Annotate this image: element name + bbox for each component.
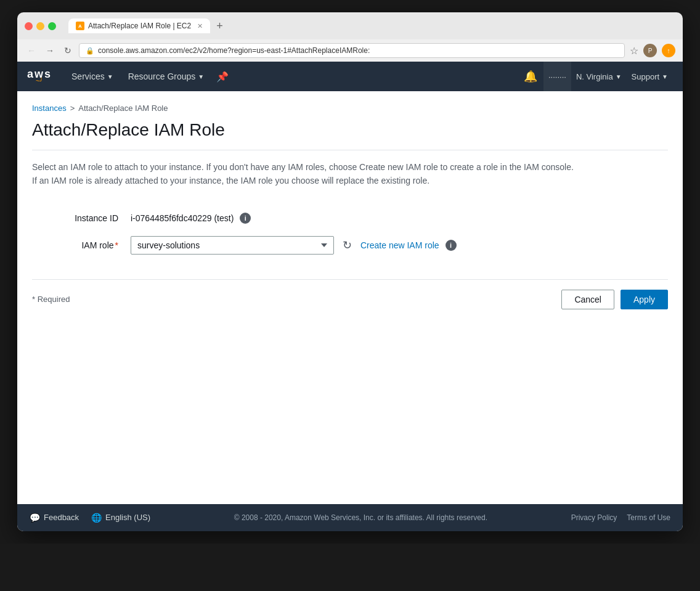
form-footer: * Required Cancel Apply xyxy=(32,279,668,319)
minimize-window-button[interactable] xyxy=(36,22,44,30)
user-menu[interactable]: ········ xyxy=(543,62,571,91)
active-tab[interactable]: A Attach/Replace IAM Role | EC2 ✕ xyxy=(68,18,210,33)
feedback-speech-icon: 💬 xyxy=(30,513,40,523)
page-description: Select an IAM role to attach to your ins… xyxy=(32,160,668,188)
breadcrumb-instances-link[interactable]: Instances xyxy=(32,104,67,113)
region-label: N. Virginia xyxy=(576,72,613,81)
page-content: Instances > Attach/Replace IAM Role Atta… xyxy=(17,91,683,332)
iam-role-label: IAM role xyxy=(32,240,131,250)
create-new-iam-role-link[interactable]: Create new IAM role xyxy=(360,240,439,250)
refresh-button[interactable]: ↻ xyxy=(62,44,74,57)
services-chevron-icon: ▼ xyxy=(107,73,113,80)
traffic-lights xyxy=(25,22,56,30)
refresh-iam-roles-button[interactable]: ↻ xyxy=(340,236,354,255)
instance-id-info-icon[interactable]: i xyxy=(240,213,251,224)
footer-copyright: © 2008 - 2020, Amazon Web Services, Inc.… xyxy=(163,513,559,522)
update-badge: ↑ xyxy=(662,44,675,57)
instance-id-value-group: i-0764485f6fdc40229 (test) i xyxy=(131,213,251,224)
support-chevron-icon: ▼ xyxy=(662,73,668,80)
region-chevron-icon: ▼ xyxy=(616,73,622,80)
user-name: ········ xyxy=(548,72,566,81)
iam-role-value-group: survey-solutions EC2Role AdminRole ↻ Cre… xyxy=(131,236,457,255)
top-navigation: aws ~╯ Services ▼ Resource Groups ▼ 📌 🔔 … xyxy=(17,62,683,91)
language-selector[interactable]: 🌐 English (US) xyxy=(91,513,150,523)
close-window-button[interactable] xyxy=(25,22,33,30)
aws-logo[interactable]: aws ~╯ xyxy=(27,68,52,84)
back-button[interactable]: ← xyxy=(25,44,38,57)
resource-groups-chevron-icon: ▼ xyxy=(198,73,204,80)
services-menu[interactable]: Services ▼ xyxy=(64,62,121,91)
required-note: * Required xyxy=(32,295,70,304)
aws-logo-smile: ~╯ xyxy=(36,78,43,84)
aws-footer: 💬 Feedback 🌐 English (US) © 2008 - 2020,… xyxy=(17,504,683,531)
pin-icon[interactable]: 📌 xyxy=(211,71,234,83)
services-label: Services xyxy=(71,71,105,81)
breadcrumb-separator: > xyxy=(70,104,75,113)
profile-avatar: P xyxy=(643,44,657,57)
privacy-policy-link[interactable]: Privacy Policy xyxy=(571,513,617,522)
globe-icon: 🌐 xyxy=(91,513,102,523)
new-tab-button[interactable]: + xyxy=(213,20,227,33)
url-text: console.aws.amazon.com/ec2/v2/home?regio… xyxy=(98,46,370,55)
tab-favicon: A xyxy=(76,22,84,30)
forward-button[interactable]: → xyxy=(43,44,57,57)
apply-button[interactable]: Apply xyxy=(621,290,668,309)
breadcrumb-current: Attach/Replace IAM Role xyxy=(78,104,168,113)
browser-tabs: A Attach/Replace IAM Role | EC2 ✕ + xyxy=(68,18,675,33)
cancel-button[interactable]: Cancel xyxy=(561,290,614,309)
support-label: Support xyxy=(632,72,660,81)
support-menu[interactable]: Support ▼ xyxy=(627,62,673,91)
instance-id-label: Instance ID xyxy=(32,213,131,223)
tab-title: Attach/Replace IAM Role | EC2 xyxy=(88,22,191,30)
description-line2: If an IAM role is already attached to yo… xyxy=(32,174,668,187)
iam-role-row: IAM role survey-solutions EC2Role AdminR… xyxy=(32,236,668,255)
bookmark-button[interactable]: ☆ xyxy=(630,45,638,57)
instance-id-value: i-0764485f6fdc40229 (test) xyxy=(131,213,234,223)
page-title: Attach/Replace IAM Role xyxy=(32,120,668,150)
footer-buttons: Cancel Apply xyxy=(561,290,668,309)
notifications-bell-icon[interactable]: 🔔 xyxy=(518,70,543,83)
aws-console: aws ~╯ Services ▼ Resource Groups ▼ 📌 🔔 … xyxy=(17,62,683,531)
resource-groups-label: Resource Groups xyxy=(128,71,196,81)
address-actions: ☆ P ↑ xyxy=(630,44,675,57)
tab-close-button[interactable]: ✕ xyxy=(197,22,203,30)
description-line1: Select an IAM role to attach to your ins… xyxy=(32,160,668,174)
address-bar: ← → ↻ 🔒 console.aws.amazon.com/ec2/v2/ho… xyxy=(17,39,683,62)
feedback-button[interactable]: 💬 Feedback xyxy=(30,513,79,523)
region-menu[interactable]: N. Virginia ▼ xyxy=(571,62,627,91)
maximize-window-button[interactable] xyxy=(48,22,56,30)
form-section: Instance ID i-0764485f6fdc40229 (test) i… xyxy=(32,206,668,273)
lock-icon: 🔒 xyxy=(86,47,94,55)
instance-id-row: Instance ID i-0764485f6fdc40229 (test) i xyxy=(32,213,668,224)
url-field[interactable]: 🔒 console.aws.amazon.com/ec2/v2/home?reg… xyxy=(79,43,625,58)
feedback-label: Feedback xyxy=(44,513,79,522)
iam-role-select[interactable]: survey-solutions EC2Role AdminRole xyxy=(131,236,334,255)
language-label: English (US) xyxy=(105,513,150,522)
terms-of-use-link[interactable]: Terms of Use xyxy=(627,513,670,522)
breadcrumb: Instances > Attach/Replace IAM Role xyxy=(32,104,668,113)
iam-role-info-icon[interactable]: i xyxy=(446,240,457,251)
footer-links: Privacy Policy Terms of Use xyxy=(571,513,670,522)
resource-groups-menu[interactable]: Resource Groups ▼ xyxy=(121,62,212,91)
